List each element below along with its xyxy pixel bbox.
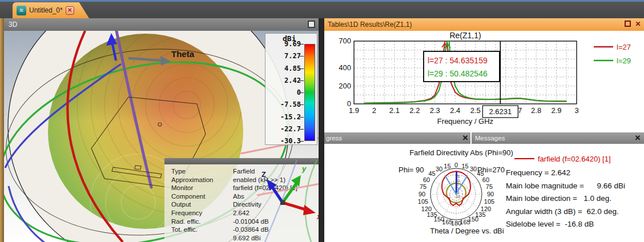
- colorbar-gradient: [304, 44, 315, 141]
- x-tick-label: 2.4: [450, 106, 460, 115]
- docked-panels: gress ✕ Messages ✕ 015153030454560607575…: [324, 132, 644, 242]
- x-tick-label: 1.9: [349, 106, 359, 115]
- view3d-window: 3D Theta dBi 9.697.274.852.420-7.58-15.2…: [4, 18, 319, 242]
- svg-text:60: 60: [423, 176, 430, 183]
- plot-title: Re(Z1,1): [449, 31, 481, 40]
- messages-panel-label: Messages: [475, 135, 505, 142]
- svg-text:0: 0: [454, 162, 458, 168]
- view3d-viewport[interactable]: Theta dBi 9.697.274.852.420-7.58-15.2-22…: [4, 31, 319, 242]
- colorbar-tick-label: -7.58: [267, 102, 301, 107]
- coordinate-axes-widget: xyZ: [257, 160, 319, 242]
- messages-panel-header[interactable]: Messages ✕: [472, 132, 644, 144]
- phi-right-label: Phi=270: [477, 166, 505, 174]
- svg-text:-10: -10: [454, 195, 460, 199]
- messages-close-icon[interactable]: ✕: [634, 134, 642, 143]
- colorbar-tick: [300, 56, 304, 57]
- colorbar-tick-label: -30.3: [267, 138, 301, 144]
- progress-panel-header[interactable]: gress ✕: [324, 132, 470, 144]
- colorbar-tick: [300, 104, 304, 105]
- svg-text:60: 60: [482, 176, 489, 183]
- results-maximize-button[interactable]: [625, 21, 631, 27]
- colorbar-tick: [300, 141, 304, 142]
- svg-text:180: 180: [451, 220, 461, 227]
- y-tick-label: 400: [339, 63, 351, 72]
- curve-readout: l=27 : 54.635159: [428, 56, 488, 65]
- farfield-stat-line: Frequency = 2.642: [506, 167, 643, 180]
- x-tick-label: 2.2: [409, 106, 420, 115]
- svg-text:105: 105: [418, 198, 428, 205]
- results-1d-window: Tables\1D Results\Re(Z1,1) ✕ Re(Z1,1)020…: [324, 18, 644, 132]
- farfield-stat-line: Main lobe direction = 1.0 deg.: [506, 192, 643, 205]
- colorbar-tick-label: -15.2: [267, 114, 301, 120]
- results-close-button[interactable]: ✕: [634, 21, 642, 28]
- x-tick-label: 7: [518, 106, 522, 115]
- phi-left-label: Phi= 90: [399, 166, 424, 174]
- colorbar-tick-label: 9.69: [267, 41, 301, 47]
- colorbar-tick-label: 4.85: [267, 66, 301, 71]
- svg-text:30: 30: [470, 166, 477, 172]
- tab-close-icon[interactable]: ✕: [66, 6, 74, 15]
- svg-text:Z: Z: [261, 170, 266, 179]
- y-axis-arrow: y: [283, 164, 307, 203]
- tab-label: Untitled_0*: [29, 6, 63, 14]
- polar-title: Farfield Directivity Abs (Phi=90): [409, 148, 513, 157]
- farfield-polar-panel: 0151530304545606075759090105105120120135…: [324, 144, 644, 242]
- x-tick-label: 2.1: [389, 106, 400, 115]
- x-tick-label: 3: [574, 106, 578, 115]
- svg-text:y: y: [301, 164, 307, 173]
- colorbar-tick: [300, 80, 304, 81]
- x-axis-label: Frequency / GHz: [437, 117, 493, 126]
- svg-text:75: 75: [486, 183, 493, 190]
- y-tick-label: 200: [339, 82, 351, 90]
- farfield-stat-line: Sidelobe level = -16.8 dB: [506, 218, 643, 231]
- z-axis-arrow: Z: [261, 170, 283, 203]
- colorbar-tick-label: 0: [267, 90, 301, 95]
- progress-panel-label: gress: [326, 135, 342, 142]
- tab-untitled-0[interactable]: ≈ Untitled_0* ✕: [13, 2, 89, 18]
- farfield-stats: Frequency = 2.642Main lobe magnitude = 9…: [506, 167, 643, 231]
- theta-label: Theta: [171, 49, 195, 59]
- svg-text:30: 30: [436, 166, 442, 172]
- app-logo-icon: ≈: [17, 6, 26, 15]
- results-1d-plot-area: Re(Z1,1)02004007001.922.12.22.32.42.572.…: [324, 31, 644, 132]
- curve-readout: l=29 : 50.482546: [428, 69, 488, 78]
- svg-text:105: 105: [484, 198, 494, 205]
- svg-text:90: 90: [418, 191, 425, 197]
- marker-value: 2.6231: [489, 107, 512, 116]
- x-tick-label: 2.5: [470, 106, 481, 115]
- x-tick-label: 2: [372, 106, 376, 115]
- colorbar-tick: [300, 117, 304, 118]
- polar-axis-label: Theta / Degree vs. dBi: [430, 227, 504, 235]
- window-separator: [319, 18, 324, 242]
- colorbar-tick: [300, 68, 304, 69]
- x-axis-arrow: x: [283, 203, 319, 221]
- x-tick-label: 2.3: [430, 106, 440, 115]
- svg-text:15: 15: [444, 163, 450, 170]
- progress-close-icon[interactable]: ✕: [461, 134, 469, 143]
- application-window: ≈ Untitled_0* ✕ 3D Theta dBi 9.697.274.8…: [0, 0, 644, 242]
- colorbar-tick-label: 2.42: [267, 78, 301, 83]
- y-tick-label: 700: [339, 37, 351, 45]
- colorbar-tick: [300, 129, 304, 130]
- farfield-stat-line: Angular width (3 dB) = 62.0 deg.: [506, 205, 643, 219]
- document-tab-bar: ≈ Untitled_0* ✕: [0, 2, 644, 18]
- colorbar-tick-label: -22.7: [267, 126, 301, 132]
- x-tick-label: 2.9: [552, 106, 562, 115]
- window-frame-edge: [0, 18, 4, 242]
- x-tick-label: 2.8: [531, 106, 541, 115]
- polar-legend-label: farfield (f=02.6420) [1]: [538, 155, 611, 163]
- main-lobe-direction-line: [456, 171, 457, 194]
- colorbar-tick: [300, 44, 304, 45]
- view3d-titlebar[interactable]: 3D: [4, 18, 319, 31]
- legend-label: l=27: [617, 43, 631, 51]
- svg-text:15: 15: [461, 163, 468, 170]
- view3d-maximize-button[interactable]: [308, 21, 315, 28]
- svg-text:75: 75: [420, 183, 426, 190]
- svg-text:90: 90: [487, 191, 494, 197]
- colorbar-legend: dBi 9.697.274.852.420-7.58-15.2-22.7-30.…: [265, 33, 317, 145]
- colorbar-tick-label: 7.27: [267, 53, 301, 59]
- legend-label: l=29: [617, 57, 631, 65]
- results-1d-titlebar[interactable]: Tables\1D Results\Re(Z1,1): [324, 18, 644, 31]
- colorbar-tick: [300, 92, 304, 93]
- rez11-plot: Re(Z1,1)02004007001.922.12.22.32.42.572.…: [324, 31, 644, 132]
